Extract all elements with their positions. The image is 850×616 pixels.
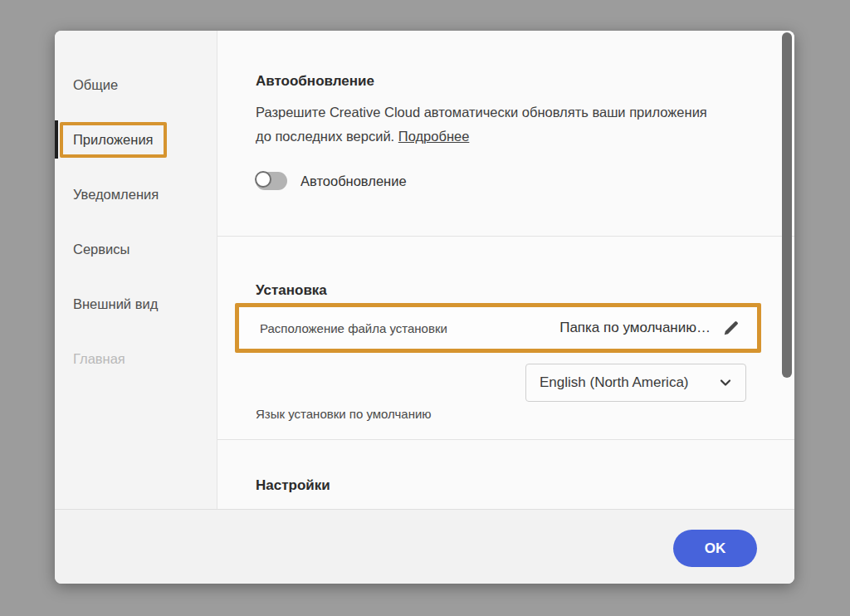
- sidebar-item-label: Главная: [73, 351, 125, 367]
- installation-section-title: Установка: [256, 282, 327, 299]
- installation-section: Установка Расположение файла установки П…: [217, 237, 794, 440]
- sidebar-item-label: Сервисы: [73, 242, 129, 257]
- sidebar-item-home[interactable]: Главная: [55, 331, 217, 386]
- pencil-icon[interactable]: [722, 319, 740, 337]
- autoupdate-description: Разрешите Creative Cloud автоматически о…: [256, 100, 762, 149]
- autoupdate-toggle[interactable]: [256, 172, 287, 190]
- install-language-value: English (North America): [540, 374, 689, 391]
- sidebar-item-notifications[interactable]: Уведомления: [55, 167, 217, 222]
- sidebar-item-appearance[interactable]: Внешний вид: [55, 276, 217, 331]
- install-language-label: Язык установки по умолчанию: [256, 407, 432, 421]
- learn-more-link[interactable]: Подробнее: [398, 129, 470, 144]
- autoupdate-description-line2: до последних версий.: [256, 129, 394, 144]
- autoupdate-section-title: Автообновление: [256, 73, 374, 90]
- selected-item-indicator: [55, 120, 58, 159]
- sidebar-item-label: Общие: [73, 77, 118, 93]
- autoupdate-section: Автообновление Разрешите Creative Cloud …: [217, 31, 794, 237]
- install-language-dropdown[interactable]: English (North America): [525, 364, 746, 402]
- ok-button[interactable]: OK: [673, 530, 757, 567]
- toggle-knob-icon: [255, 171, 271, 188]
- settings-section: Настройки: [217, 440, 794, 509]
- sidebar-item-label: Уведомления: [73, 187, 159, 203]
- preferences-sidebar: Общие Приложения Уведомления Сервисы Вне…: [55, 31, 217, 509]
- autoupdate-description-line1: Разрешите Creative Cloud автоматически о…: [256, 105, 707, 120]
- sidebar-item-apps[interactable]: Приложения: [55, 112, 217, 167]
- install-location-row[interactable]: Расположение файла установки Папка по ум…: [235, 303, 761, 353]
- sidebar-item-label: Приложения: [60, 122, 167, 158]
- settings-section-title: Настройки: [256, 477, 330, 494]
- sidebar-item-general[interactable]: Общие: [55, 57, 217, 112]
- install-location-value: Папка по умолчанию…: [559, 320, 711, 336]
- preferences-content: Автообновление Разрешите Creative Cloud …: [217, 31, 794, 509]
- autoupdate-toggle-label: Автообновление: [300, 174, 407, 189]
- autoupdate-toggle-row: Автообновление: [256, 172, 407, 190]
- sidebar-item-label: Внешний вид: [73, 296, 158, 312]
- install-location-value-group: Папка по умолчанию…: [559, 319, 740, 337]
- preferences-dialog: Общие Приложения Уведомления Сервисы Вне…: [55, 31, 794, 584]
- install-location-label: Расположение файла установки: [256, 321, 447, 335]
- sidebar-item-services[interactable]: Сервисы: [55, 222, 217, 276]
- dialog-footer: OK: [55, 509, 794, 584]
- vertical-scrollbar[interactable]: [782, 32, 792, 378]
- chevron-down-icon: [719, 376, 732, 389]
